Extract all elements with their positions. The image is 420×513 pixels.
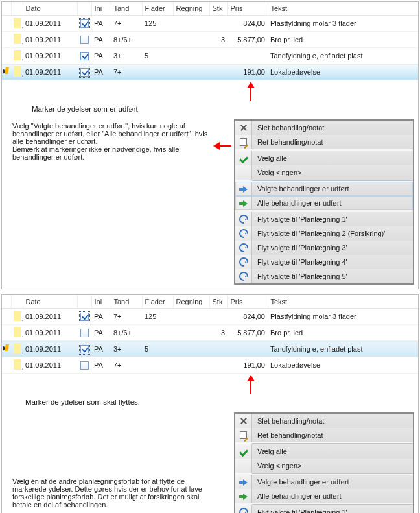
cell-flader: 125 [142, 16, 173, 32]
cell-regning [173, 309, 209, 325]
menu-edit[interactable]: Ret behandling/notat [235, 428, 413, 442]
loop-icon [239, 508, 248, 513]
menu-move-plan-2[interactable]: Flyt valgte til 'Planlægning 2 (Forsikri… [235, 226, 413, 241]
grid-2: Dato Ini Tand Flader Regning Stk Pris Te… [2, 295, 418, 374]
row-marker [14, 18, 21, 28]
menu-select-none[interactable]: Vælg <ingen> [235, 459, 413, 473]
delete-icon [239, 123, 248, 132]
cell-ini: PA [91, 325, 111, 341]
row-checkbox[interactable] [80, 36, 89, 44]
col-regning[interactable]: Regning [173, 2, 209, 16]
menu-move-plan-1[interactable]: Flyt valgte til 'Planlægning 1' [235, 505, 413, 513]
cell-stk [209, 357, 228, 374]
row-checkbox[interactable] [80, 345, 89, 353]
arrow-right-green-icon [239, 200, 248, 207]
menu-delete[interactable]: Slet behandling/notat [235, 121, 413, 135]
menu-all-done[interactable]: Alle behandlinger er udført [235, 489, 413, 503]
cell-regning [173, 48, 209, 64]
cell-dato: 01.09.2011 [23, 325, 77, 341]
cell-flader [142, 64, 173, 80]
menu-select-all[interactable]: Vælg alle [235, 151, 413, 165]
row-checkbox[interactable] [80, 313, 89, 321]
cell-ini: PA [91, 16, 111, 32]
row-marker [14, 343, 21, 353]
loop-icon [239, 243, 248, 252]
cell-pris: 5.877,00 [228, 325, 268, 341]
cell-dato: 01.09.2011 [23, 341, 77, 357]
col-dato[interactable]: Dato [23, 2, 77, 16]
table-row[interactable]: 01.09.2011PA8+/6+35.877,00Bro pr. led [2, 32, 418, 48]
row-checkbox[interactable] [80, 361, 89, 370]
col-tand[interactable]: Tand [111, 2, 142, 16]
cell-regning [173, 325, 209, 341]
table-row[interactable]: 01.09.2011PA7+191,00Lokalbedøvelse [2, 64, 418, 80]
row-edit-icon [2, 66, 10, 77]
cell-regning [173, 64, 209, 80]
table-row[interactable]: 01.09.2011PA3+5Tandfyldning e, enfladet … [2, 48, 418, 64]
cell-tekst: Tandfyldning e, enfladet plast [268, 48, 418, 64]
cell-dato: 01.09.2011 [23, 32, 77, 48]
cell-stk [209, 48, 228, 64]
col-tekst[interactable]: Tekst [268, 295, 418, 309]
col-ini[interactable]: Ini [91, 2, 111, 16]
cell-ini: PA [91, 64, 111, 80]
col-flader[interactable]: Flader [142, 2, 173, 16]
cell-tekst: Lokalbedøvelse [268, 64, 418, 80]
cell-ini: PA [91, 48, 111, 64]
menu-delete[interactable]: Slet behandling/notat [235, 414, 413, 428]
table-row[interactable]: 01.09.2011PA7+191,00Lokalbedøvelse [2, 357, 418, 374]
row-checkbox[interactable] [80, 19, 89, 28]
menu-move-plan-1[interactable]: Flyt valgte til 'Planlægning 1' [235, 212, 413, 226]
cell-ini: PA [91, 357, 111, 374]
col-ini[interactable]: Ini [91, 295, 111, 309]
col-dato[interactable]: Dato [23, 295, 77, 309]
cell-dato: 01.09.2011 [23, 64, 77, 80]
cell-regning [173, 32, 209, 48]
menu-select-none[interactable]: Vælg <ingen> [235, 165, 413, 180]
col-stk[interactable]: Stk [209, 295, 228, 309]
menu-move-plan-5[interactable]: Flyt valgte til 'Planlægning 5' [235, 269, 413, 283]
col-tand[interactable]: Tand [111, 295, 142, 309]
cell-stk [209, 64, 228, 80]
menu-select-all[interactable]: Vælg alle [235, 444, 413, 459]
cell-pris: 5.877,00 [228, 32, 268, 48]
cell-dato: 01.09.2011 [23, 357, 77, 374]
row-checkbox[interactable] [80, 68, 89, 77]
arrow-right-blue-icon [239, 479, 248, 486]
menu-all-done[interactable]: Alle behandlinger er udført [235, 196, 413, 210]
table-row[interactable]: 01.09.2011PA3+5Tandfyldning e, enfladet … [2, 341, 418, 357]
row-checkbox[interactable] [80, 52, 89, 60]
cell-dato: 01.09.2011 [23, 16, 77, 32]
menu-selected-done[interactable]: Valgte behandlinger er udført [235, 475, 413, 489]
paragraph-2: Vælg én af de andre planlægningsforløb f… [2, 412, 213, 511]
caption-2: Marker de ydelser som skal flyttes. [2, 396, 418, 409]
col-tekst[interactable]: Tekst [268, 2, 418, 16]
col-pris[interactable]: Pris [228, 295, 268, 309]
cell-tekst: Plastfyldning molar 3 flader [268, 16, 418, 32]
cell-stk [209, 309, 228, 325]
row-checkbox[interactable] [80, 329, 89, 337]
menu-edit[interactable]: Ret behandling/notat [235, 135, 413, 149]
cell-tand: 3+ [111, 341, 142, 357]
col-regning[interactable]: Regning [173, 295, 209, 309]
menu-selected-done[interactable]: Valgte behandlinger er udført [235, 182, 413, 196]
context-menu-2: Slet behandling/notat Ret behandling/not… [234, 412, 414, 513]
arrow-left-1 [213, 141, 231, 150]
table-row[interactable]: 01.09.2011PA7+125824,00Plastfyldning mol… [2, 16, 418, 32]
table-row[interactable]: 01.09.2011PA8+/6+35.877,00Bro pr. led [2, 325, 418, 341]
check-icon [239, 447, 248, 456]
cell-regning [173, 357, 209, 374]
col-flader[interactable]: Flader [142, 295, 173, 309]
row-marker [14, 327, 21, 337]
table-row[interactable]: 01.09.2011PA7+125824,00Plastfyldning mol… [2, 309, 418, 325]
cell-tand: 8+/6+ [111, 32, 142, 48]
menu-move-plan-4[interactable]: Flyt valgte til 'Planlægning 4' [235, 255, 413, 269]
cell-pris: 824,00 [228, 16, 268, 32]
grid-header: Dato Ini Tand Flader Regning Stk Pris Te… [2, 2, 418, 16]
cell-dato: 01.09.2011 [23, 309, 77, 325]
col-stk[interactable]: Stk [209, 2, 228, 16]
cell-pris: 191,00 [228, 357, 268, 374]
arrow-up-1 [84, 82, 418, 101]
menu-move-plan-3[interactable]: Flyt valgte til 'Planlægning 3' [235, 241, 413, 255]
col-pris[interactable]: Pris [228, 2, 268, 16]
